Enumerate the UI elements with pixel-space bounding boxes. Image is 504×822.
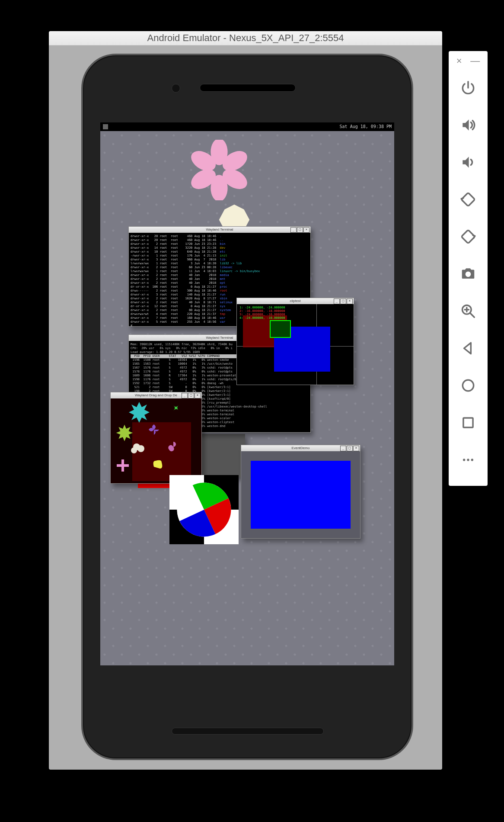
close-button[interactable]: × (347, 299, 353, 304)
close-button[interactable]: × (195, 393, 201, 398)
svg-rect-19 (463, 418, 473, 427)
zoom-button[interactable] (449, 292, 488, 330)
minimize-emulator-button[interactable]: — (470, 55, 480, 67)
dnd-canvas[interactable] (111, 398, 201, 483)
eventdemo-canvas[interactable] (241, 451, 360, 538)
power-button[interactable] (449, 69, 488, 106)
home-button[interactable] (449, 367, 488, 404)
wayland-dnd-window[interactable]: Wayland Drag and Drop De _ □ × (110, 392, 202, 484)
dnd-item[interactable] (168, 442, 176, 451)
close-emulator-button[interactable]: × (456, 55, 462, 67)
window-titlebar[interactable]: cliptest _ □ × (237, 298, 354, 305)
maximize-button[interactable]: □ (297, 227, 303, 233)
weston-smoke-window[interactable] (198, 434, 245, 477)
weston-desktop[interactable]: Wayland Terminal _ □ × drwxr-xr-x 20 roo… (100, 131, 394, 665)
back-button[interactable] (449, 330, 488, 367)
minimize-button[interactable]: _ (290, 227, 297, 233)
dnd-item[interactable] (131, 443, 144, 453)
svg-point-21 (467, 459, 469, 461)
dnd-item[interactable] (149, 424, 159, 435)
close-button[interactable]: × (353, 446, 359, 451)
svg-point-20 (463, 459, 465, 461)
window-title-label: Wayland Terminal (206, 228, 233, 231)
phone-frame: Sat Aug 18, 09:38 PM (81, 54, 413, 760)
svg-point-13 (131, 447, 137, 453)
minimize-button[interactable]: _ (182, 393, 188, 398)
window-title-label: cliptest (290, 299, 301, 303)
weston-flower-pink (189, 140, 249, 200)
window-titlebar[interactable]: EventDemo _ □ × (241, 445, 360, 452)
phone-screen[interactable]: Sat Aug 18, 09:38 PM (100, 122, 394, 665)
svg-point-12 (137, 445, 144, 452)
panel-launcher-icon[interactable] (103, 124, 108, 129)
minimize-button[interactable]: _ (334, 299, 340, 304)
dnd-item[interactable] (173, 405, 179, 411)
screenshot-button[interactable] (449, 255, 488, 292)
svg-rect-16 (461, 230, 475, 243)
svg-rect-15 (461, 193, 475, 206)
window-title-label: Wayland Drag and Drop De (135, 393, 177, 397)
front-camera (172, 84, 180, 93)
rotate-left-button[interactable] (449, 181, 488, 218)
egl-pie-icon (176, 482, 232, 538)
more-button[interactable] (449, 441, 488, 478)
cliptest-window[interactable]: cliptest _ □ × 1: -24. (236, 298, 354, 385)
close-button[interactable]: × (303, 227, 309, 233)
emulator-titlebar: Android Emulator - Nexus_5X_API_27_2:555… (49, 31, 442, 45)
dnd-item[interactable] (153, 460, 163, 469)
window-title-label: EventDemo (292, 446, 310, 450)
maximize-button[interactable]: □ (340, 299, 346, 304)
cliptest-canvas[interactable]: 1: -24.000000, -24.0000002: -16.000000, … (237, 304, 354, 385)
window-titlebar[interactable]: Wayland Terminal _ □ × (129, 227, 310, 233)
bottom-speaker (172, 728, 324, 735)
rotate-right-button[interactable] (449, 218, 488, 255)
overview-button[interactable] (449, 404, 488, 441)
window-titlebar[interactable]: Wayland Drag and Drop De _ □ × (111, 392, 201, 399)
maximize-button[interactable]: □ (347, 446, 353, 451)
emulator-window: Android Emulator - Nexus_5X_API_27_2:555… (49, 31, 442, 770)
dnd-item[interactable] (129, 402, 150, 423)
volume-down-button[interactable] (449, 144, 488, 181)
minimize-button[interactable]: _ (340, 446, 346, 451)
dnd-item[interactable] (117, 459, 129, 472)
panel-clock: Sat Aug 18, 09:38 PM (340, 122, 392, 131)
dnd-item[interactable] (116, 424, 133, 441)
emulator-toolbar: × — (449, 51, 488, 486)
volume-up-button[interactable] (449, 106, 488, 144)
earpiece-speaker (200, 84, 296, 92)
cliptest-coords: 1: -24.000000, -24.0000002: -16.000000, … (239, 306, 285, 320)
weston-panel: Sat Aug 18, 09:38 PM (100, 122, 394, 131)
weston-simple-egl[interactable] (169, 475, 239, 544)
svg-point-22 (471, 459, 473, 461)
svg-point-18 (463, 380, 473, 391)
window-title-label: Wayland Terminal (206, 336, 233, 340)
maximize-button[interactable]: □ (188, 393, 194, 398)
eventdemo-window[interactable]: EventDemo _ □ × (241, 445, 360, 539)
